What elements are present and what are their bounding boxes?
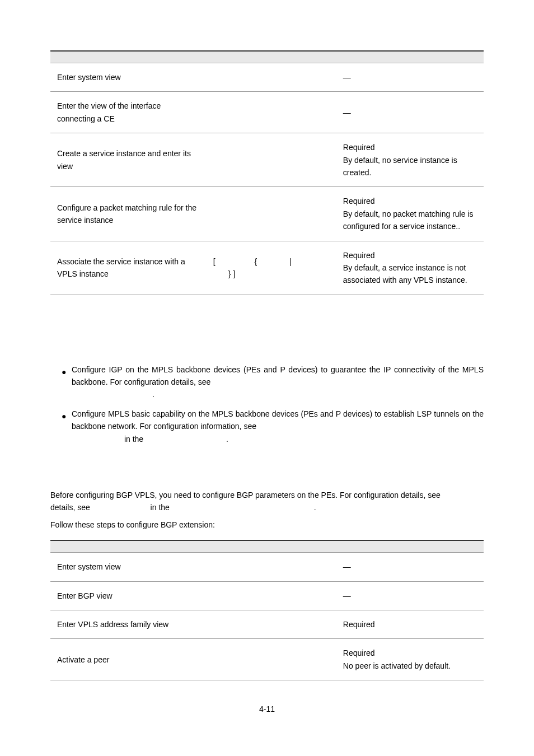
table-row: Activate a peer RequiredNo peer is activ… — [50, 639, 484, 680]
bullet-marker-icon: ● — [62, 408, 72, 422]
cell-description: Configure a packet matching rule for the… — [50, 187, 207, 241]
cell-remarks: RequiredNo peer is activated by default. — [336, 639, 484, 680]
cell-command — [207, 63, 336, 92]
paragraph-text: details, see — [50, 503, 92, 512]
cell-description: Enter the view of the interface connecti… — [50, 92, 207, 133]
cell-remarks: — — [336, 553, 484, 581]
bullet-text-tail: . — [152, 390, 154, 399]
table-header — [207, 51, 336, 63]
bullet-text-tail: . — [226, 435, 228, 444]
table-header — [207, 540, 336, 553]
table-header-row — [50, 540, 484, 553]
cell-remarks: RequiredBy default, no service instance … — [336, 133, 484, 187]
bullet-text: Configure IGP on the MPLS backbone devic… — [72, 363, 484, 401]
cell-remarks: RequiredBy default, no packet matching r… — [336, 187, 484, 241]
table-row: Enter system view — — [50, 553, 484, 581]
table-row: Enter BGP view — — [50, 581, 484, 610]
config-table-1: Enter system view — Enter the view of th… — [50, 50, 484, 295]
cell-command — [207, 639, 336, 680]
bullet-text-part: Configure MPLS basic capability on the M… — [72, 409, 484, 431]
page-number: 4-11 — [50, 703, 484, 715]
cell-remarks: Required — [336, 610, 484, 638]
bullet-text-part: Configure IGP on the MPLS backbone devic… — [72, 365, 484, 386]
table-header-row — [50, 51, 484, 63]
cell-description: Enter BGP view — [50, 581, 207, 610]
table-header — [336, 540, 484, 553]
paragraph-text: in the — [151, 503, 172, 512]
bullet-marker-icon: ● — [62, 363, 72, 378]
cell-description: Enter system view — [50, 63, 207, 92]
table-row: Configure a packet matching rule for the… — [50, 187, 484, 241]
paragraph: Follow these steps to configure BGP exte… — [50, 519, 484, 531]
cell-description: Create a service instance and enter its … — [50, 133, 207, 187]
cell-command — [207, 610, 336, 638]
cell-description: Enter system view — [50, 553, 207, 581]
cell-description: Activate a peer — [50, 639, 207, 680]
table-row: Create a service instance and enter its … — [50, 133, 484, 187]
paragraph-text: . — [314, 503, 316, 512]
cell-remarks: — — [336, 581, 484, 610]
bullet-text-mid: in the — [124, 435, 146, 444]
config-table-2: Enter system view — Enter BGP view — Ent… — [50, 540, 484, 680]
table-header — [336, 51, 484, 63]
cell-command — [207, 92, 336, 133]
cell-description: Associate the service instance with a VP… — [50, 241, 207, 295]
table-row: Enter system view — — [50, 63, 484, 92]
cell-command: [ { | } ] — [207, 241, 336, 295]
table-row: Enter VPLS address family view Required — [50, 610, 484, 638]
cell-description: Enter VPLS address family view — [50, 610, 207, 638]
table-header — [50, 51, 207, 63]
cell-remarks: — — [336, 92, 484, 133]
cell-remarks: RequiredBy default, a service instance i… — [336, 241, 484, 295]
cell-command — [207, 581, 336, 610]
paragraph-text: Before configuring BGP VPLS, you need to… — [50, 491, 441, 500]
table-row: Associate the service instance with a VP… — [50, 241, 484, 295]
bullet-item: ● Configure IGP on the MPLS backbone dev… — [62, 363, 484, 401]
cell-command — [207, 187, 336, 241]
paragraph: Before configuring BGP VPLS, you need to… — [50, 489, 484, 514]
cell-command — [207, 133, 336, 187]
bullet-item: ● Configure MPLS basic capability on the… — [62, 408, 484, 445]
table-header — [50, 540, 207, 553]
cell-command — [207, 553, 336, 581]
cell-remarks: — — [336, 63, 484, 92]
table-row: Enter the view of the interface connecti… — [50, 92, 484, 133]
bullet-text: Configure MPLS basic capability on the M… — [72, 408, 484, 445]
